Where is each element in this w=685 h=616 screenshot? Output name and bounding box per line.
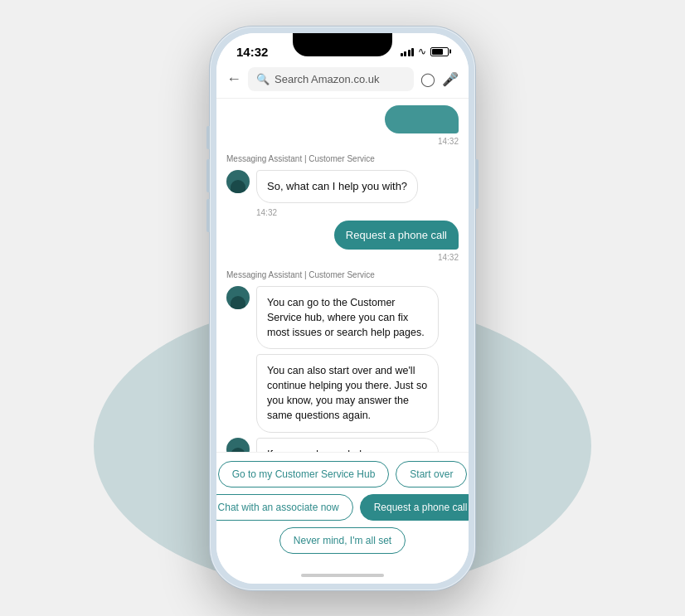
agent-label-2: Messaging Assistant | Customer Service: [226, 270, 459, 279]
top-timestamp: 14:32: [438, 137, 459, 146]
phone-wrapper: 14:32 ∿ ← 🔍: [210, 27, 475, 590]
search-actions: ◯ 🎤: [420, 71, 459, 87]
user-message-row-1: Request a phone call: [226, 221, 459, 250]
customer-service-hub-button[interactable]: Go to my Customer Service Hub: [218, 461, 390, 487]
action-row-2: Chat with an associate now Request a pho…: [216, 494, 469, 521]
agent-bubble-2b: You can also start over and we'll contin…: [256, 354, 439, 433]
user-bubble-1: Request a phone call: [334, 221, 459, 250]
status-time: 14:32: [236, 45, 268, 59]
search-bar[interactable]: 🔍 Search Amazon.co.uk: [248, 67, 414, 91]
agent-msg-timestamp-1: 14:32: [256, 208, 459, 217]
phone-screen: 14:32 ∿ ← 🔍: [216, 33, 469, 584]
request-phone-call-button[interactable]: Request a phone call: [360, 494, 469, 521]
agent-avatar-1: [226, 170, 250, 193]
camera-icon[interactable]: ◯: [420, 71, 435, 87]
agent-label-1: Messaging Assistant | Customer Service: [226, 154, 459, 163]
agent-message-block-2: You can go to the Customer Service hub, …: [226, 286, 459, 452]
agent-bubble-2c: If you need more help, you can chat with…: [256, 438, 439, 452]
start-over-button[interactable]: Start over: [396, 461, 467, 487]
top-truncated-bubble: [385, 105, 459, 133]
search-icon: 🔍: [256, 73, 270, 85]
user-msg-timestamp-1: 14:32: [438, 253, 459, 262]
back-button[interactable]: ←: [226, 70, 241, 88]
status-icons: ∿: [401, 46, 449, 57]
home-bar: [301, 574, 384, 577]
wifi-icon: ∿: [418, 46, 426, 57]
volume-mute-button[interactable]: [206, 126, 210, 149]
action-row-3: Never mind, I'm all set: [279, 527, 406, 554]
agent-avatar-2: [226, 286, 250, 309]
action-row-1: Go to my Customer Service Hub Start over: [218, 461, 468, 487]
volume-up-button[interactable]: [206, 159, 210, 192]
agent-bubble-2a: You can go to the Customer Service hub, …: [256, 286, 439, 349]
chat-associate-button[interactable]: Chat with an associate now: [216, 494, 353, 521]
agent-message-row-1: So, what can I help you with?: [226, 170, 459, 203]
battery-icon: [430, 47, 449, 56]
phone-frame: 14:32 ∿ ← 🔍: [210, 27, 475, 590]
power-button[interactable]: [475, 159, 479, 209]
never-mind-button[interactable]: Never mind, I'm all set: [279, 527, 406, 554]
search-bar-container: ← 🔍 Search Amazon.co.uk ◯ 🎤: [216, 62, 469, 99]
agent-bubble-1: So, what can I help you with?: [256, 170, 418, 203]
search-input-text: Search Amazon.co.uk: [274, 73, 379, 85]
signal-icon: [401, 46, 415, 56]
agent-avatar-3: [226, 438, 250, 452]
phone-notch: [293, 33, 392, 56]
chat-area: 14:32 Messaging Assistant | Customer Ser…: [216, 99, 469, 452]
home-indicator: [216, 567, 469, 584]
volume-down-button[interactable]: [206, 199, 210, 232]
action-area: Go to my Customer Service Hub Start over…: [216, 452, 469, 567]
mic-icon[interactable]: 🎤: [442, 71, 459, 87]
